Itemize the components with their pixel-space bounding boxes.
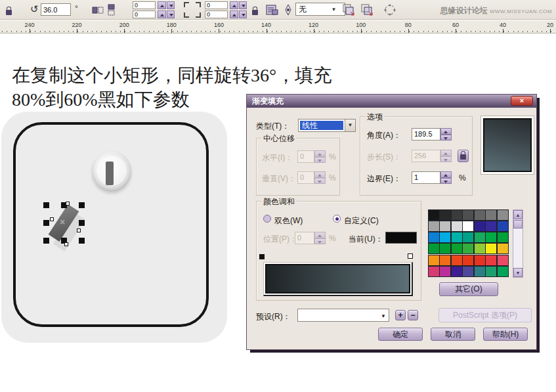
palette-swatch[interactable] [462,221,474,232]
palette-swatch[interactable] [439,266,451,277]
corner-radius-br-spinner[interactable] [230,11,247,18]
palette-swatch[interactable] [439,255,451,266]
palette-swatch[interactable] [462,255,474,266]
node-handle[interactable] [50,217,54,221]
steps-label: 步长(S)： [367,152,401,163]
palette-swatch[interactable] [474,255,486,266]
palette-swatch[interactable] [497,243,509,254]
outline-pen-icon[interactable] [284,3,293,16]
angle-input[interactable]: 189.5 [412,128,440,141]
dialog-titlebar[interactable]: 渐变填充 × [247,95,536,108]
corner-radius-bottom-left[interactable]: 0 [133,11,156,18]
palette-swatch[interactable] [451,209,463,221]
custom-radio[interactable] [333,215,341,223]
palette-swatch[interactable] [439,243,451,254]
palette-swatch[interactable] [428,255,440,266]
corner-radius-bottom-right[interactable]: 0 [205,11,228,18]
angle-spinner[interactable] [440,128,452,141]
corner-radius-top-right[interactable]: 0 [205,1,228,9]
selection-handle[interactable] [43,220,49,226]
palette-swatch[interactable] [497,255,509,266]
degree-symbol: ° [75,4,78,13]
selection-handle[interactable] [79,238,85,244]
palette-swatch[interactable] [439,232,451,243]
two-color-radio[interactable] [263,215,271,223]
outline-width-dropdown[interactable]: 无▼ [295,3,345,16]
node-handle[interactable] [77,229,81,232]
node-handle[interactable] [64,242,68,246]
palette-swatch[interactable] [497,266,509,277]
help-button[interactable]: 帮助(H) [483,328,528,341]
palette-swatch[interactable] [462,232,474,243]
to-front-icon[interactable] [342,3,356,16]
to-back-icon[interactable] [360,3,375,16]
edge-spinner[interactable] [440,171,452,184]
palette-swatch[interactable] [428,232,440,243]
palette-swatch[interactable] [474,243,486,254]
rotation-center-icon[interactable] [383,3,396,16]
palette-swatch[interactable] [428,209,440,221]
scroll-down-button[interactable]: ▼ [513,268,523,277]
preset-remove-button[interactable]: − [408,310,418,320]
palette-swatch[interactable] [428,221,440,232]
palette-swatch[interactable] [462,243,474,254]
scroll-thumb[interactable] [513,220,523,229]
corner-radius-tl-spinner[interactable] [158,1,175,9]
node-handle[interactable] [66,202,70,206]
chevron-down-icon[interactable]: ▼ [345,120,355,131]
palette-swatch[interactable] [439,221,451,232]
position-label: 位置(P)： [263,234,297,245]
type-dropdown[interactable]: 线性 ▼ [298,119,356,132]
palette-swatch[interactable] [497,209,509,221]
palette-swatch[interactable] [485,255,497,266]
mirror-horizontal-icon[interactable] [92,4,104,16]
steps-lock-button[interactable] [458,150,469,162]
palette-swatch[interactable] [474,232,486,243]
scroll-up-button[interactable]: ▲ [513,210,523,219]
palette-swatch[interactable] [485,266,497,277]
selection-handle[interactable] [43,202,49,208]
selection-handle[interactable] [79,220,85,226]
mirror-vertical-icon[interactable] [107,4,119,16]
palette-swatch[interactable] [451,243,463,254]
gradient-end-marker[interactable] [408,253,413,259]
ok-button[interactable]: 确定 [378,328,423,341]
palette-swatch[interactable] [474,209,486,221]
palette-swatch[interactable] [428,243,440,254]
cancel-button[interactable]: 取消 [431,328,475,341]
selection-handle[interactable] [43,238,49,244]
selection-handle[interactable] [79,202,85,208]
presets-dropdown[interactable]: ▼ [297,309,389,322]
palette-swatch[interactable] [428,266,440,277]
unlock-ratio-icon[interactable] [6,6,12,18]
palette-swatch[interactable] [474,221,486,232]
corner-radius-bl-spinner[interactable] [158,11,175,18]
palette-swatch[interactable] [485,221,497,232]
gradient-strip[interactable] [265,264,410,294]
palette-swatch[interactable] [451,232,463,243]
position-spinner [314,232,326,244]
palette-scrollbar[interactable]: ▲ ▼ [513,209,523,278]
corner-radius-top-left[interactable]: 0 [133,1,156,9]
palette-swatch[interactable] [439,209,451,221]
palette-swatch[interactable] [497,221,509,232]
palette-swatch[interactable] [462,266,474,277]
gradient-start-marker[interactable] [259,254,265,259]
palette-swatch[interactable] [451,221,463,232]
palette-swatch[interactable] [485,209,497,221]
palette-swatch[interactable] [451,255,463,266]
rotation-angle-input[interactable] [41,3,71,16]
palette-swatch[interactable] [451,266,463,277]
close-button[interactable]: × [511,96,533,106]
palette-swatch[interactable] [485,243,497,254]
edge-input[interactable]: 1 [412,171,440,184]
palette-swatch[interactable] [497,232,509,243]
text-wrap-icon[interactable] [265,4,280,16]
palette-swatch[interactable] [474,266,486,277]
others-button[interactable]: 其它(O) [439,282,498,296]
preset-add-button[interactable]: + [395,310,406,320]
palette-swatch[interactable] [462,209,474,221]
palette-swatch[interactable] [485,232,497,243]
lock-corners-icon[interactable] [252,6,258,18]
corner-radius-tr-spinner[interactable] [230,1,247,9]
